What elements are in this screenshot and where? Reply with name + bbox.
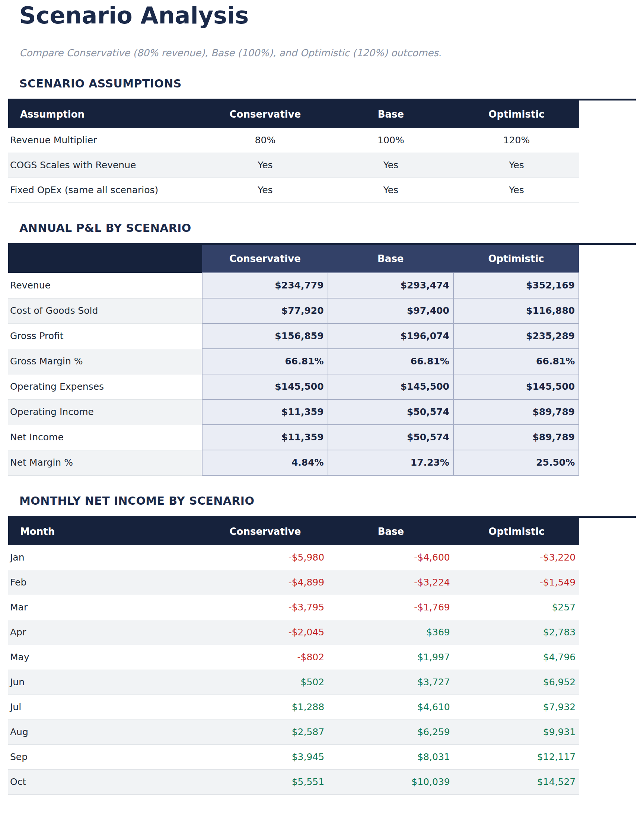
cell-value: $2,587 (202, 720, 328, 745)
cell-value: -$3,224 (328, 570, 454, 595)
table-row: Fixed OpEx (same all scenarios) Yes Yes … (8, 178, 579, 203)
column-header-optimistic: Optimistic (454, 518, 580, 545)
column-header-conservative: Conservative (202, 101, 328, 128)
section-heading-assumptions: SCENARIO ASSUMPTIONS (19, 77, 636, 90)
table-row: Jan -$5,980 -$4,600 -$3,220 (8, 545, 579, 570)
row-label: Operating Expenses (8, 374, 202, 399)
cell-value: $156,859 (202, 323, 328, 349)
cell-value: 80% (202, 128, 328, 153)
cell-value: Yes (454, 178, 580, 203)
monthly-table-wrap: Month Conservative Base Optimistic Jan -… (8, 516, 636, 817)
cell-value: $235,289 (454, 323, 579, 349)
pnl-table-wrap: Conservative Base Optimistic Revenue $23… (8, 243, 636, 476)
cell-value: $6,259 (328, 720, 454, 745)
cell-value: $145,500 (328, 374, 454, 399)
cell-value: Yes (202, 153, 328, 178)
row-label: Gross Profit (8, 323, 202, 349)
row-label: Apr (8, 620, 202, 645)
table-row: Apr -$2,045 $369 $2,783 (8, 620, 579, 645)
cell-value: $8,031 (328, 745, 454, 770)
column-header-optimistic: Optimistic (454, 245, 579, 273)
row-label: Feb (8, 570, 202, 595)
table-row: Revenue Multiplier 80% 100% 120% (8, 128, 579, 153)
cell-value: $3,945 (202, 745, 328, 770)
table-row: Feb -$4,899 -$3,224 -$1,549 (8, 570, 579, 595)
table-row: Revenue $234,779 $293,474 $352,169 (8, 273, 579, 298)
cell-value: $196,074 (328, 323, 454, 349)
row-label: Jul (8, 695, 202, 720)
row-label: Cost of Goods Sold (8, 298, 202, 323)
table-row: Gross Margin % 66.81% 66.81% 66.81% (8, 349, 579, 374)
cell-value: $116,880 (454, 298, 579, 323)
partial-row-cell (8, 795, 579, 817)
pnl-header-row: Conservative Base Optimistic (8, 245, 579, 273)
cell-value: 66.81% (202, 349, 328, 374)
page-subtitle: Compare Conservative (80% revenue), Base… (19, 47, 636, 58)
cell-value: -$1,549 (454, 570, 580, 595)
column-header-base: Base (328, 518, 454, 545)
cell-value: $1,997 (328, 645, 454, 670)
cell-value: $6,952 (454, 670, 580, 695)
table-row: Cost of Goods Sold $77,920 $97,400 $116,… (8, 298, 579, 323)
row-label: Aug (8, 720, 202, 745)
row-label: COGS Scales with Revenue (8, 153, 202, 178)
cell-value: $50,574 (328, 425, 454, 450)
cell-value: 100% (328, 128, 454, 153)
row-label: May (8, 645, 202, 670)
column-header-assumption: Assumption (8, 101, 202, 128)
column-header-base: Base (328, 101, 454, 128)
table-row: Mar -$3,795 -$1,769 $257 (8, 595, 579, 620)
cell-value: -$4,899 (202, 570, 328, 595)
cell-value: $145,500 (202, 374, 328, 399)
cell-value: Yes (202, 178, 328, 203)
cell-value: 66.81% (328, 349, 454, 374)
cell-value: $1,288 (202, 695, 328, 720)
page-title: Scenario Analysis (19, 2, 636, 29)
section-heading-monthly: MONTHLY NET INCOME BY SCENARIO (19, 494, 636, 508)
cell-value: $234,779 (202, 273, 328, 298)
pnl-table: Conservative Base Optimistic Revenue $23… (8, 245, 579, 476)
row-label: Oct (8, 770, 202, 795)
row-label: Gross Margin % (8, 349, 202, 374)
cell-value: $89,789 (454, 399, 579, 425)
cell-value: $50,574 (328, 399, 454, 425)
cell-value: -$802 (202, 645, 328, 670)
cell-value: $11,359 (202, 399, 328, 425)
cell-value: $257 (454, 595, 580, 620)
cell-value: $4,610 (328, 695, 454, 720)
cell-value: $7,932 (454, 695, 580, 720)
table-row: Net Income $11,359 $50,574 $89,789 (8, 425, 579, 450)
column-header-blank (8, 245, 202, 273)
cell-value: 120% (454, 128, 580, 153)
cell-value: 4.84% (202, 450, 328, 475)
row-label: Sep (8, 745, 202, 770)
table-row: Aug $2,587 $6,259 $9,931 (8, 720, 579, 745)
cell-value: $14,527 (454, 770, 580, 795)
row-label: Jan (8, 545, 202, 570)
cell-value: $2,783 (454, 620, 580, 645)
assumptions-table-wrap: Assumption Conservative Base Optimistic … (8, 99, 636, 203)
row-label: Jun (8, 670, 202, 695)
cell-value: $97,400 (328, 298, 454, 323)
row-label: Net Income (8, 425, 202, 450)
column-header-optimistic: Optimistic (454, 101, 580, 128)
cell-value: $89,789 (454, 425, 579, 450)
table-row: Gross Profit $156,859 $196,074 $235,289 (8, 323, 579, 349)
table-row: Jun $502 $3,727 $6,952 (8, 670, 579, 695)
assumptions-table: Assumption Conservative Base Optimistic … (8, 101, 579, 203)
column-header-conservative: Conservative (202, 245, 328, 273)
cell-value: $352,169 (454, 273, 579, 298)
cell-value: $369 (328, 620, 454, 645)
cell-value: $12,117 (454, 745, 580, 770)
report-page: Scenario Analysis Compare Conservative (… (0, 2, 644, 817)
cell-value: $3,727 (328, 670, 454, 695)
row-label: Operating Income (8, 399, 202, 425)
table-row: Operating Expenses $145,500 $145,500 $14… (8, 374, 579, 399)
cell-value: Yes (328, 153, 454, 178)
cell-value: 25.50% (454, 450, 579, 475)
monthly-header-row: Month Conservative Base Optimistic (8, 518, 579, 545)
table-row: Net Margin % 4.84% 17.23% 25.50% (8, 450, 579, 475)
table-row: COGS Scales with Revenue Yes Yes Yes (8, 153, 579, 178)
row-label: Revenue Multiplier (8, 128, 202, 153)
section-heading-pnl: ANNUAL P&L BY SCENARIO (19, 221, 636, 235)
